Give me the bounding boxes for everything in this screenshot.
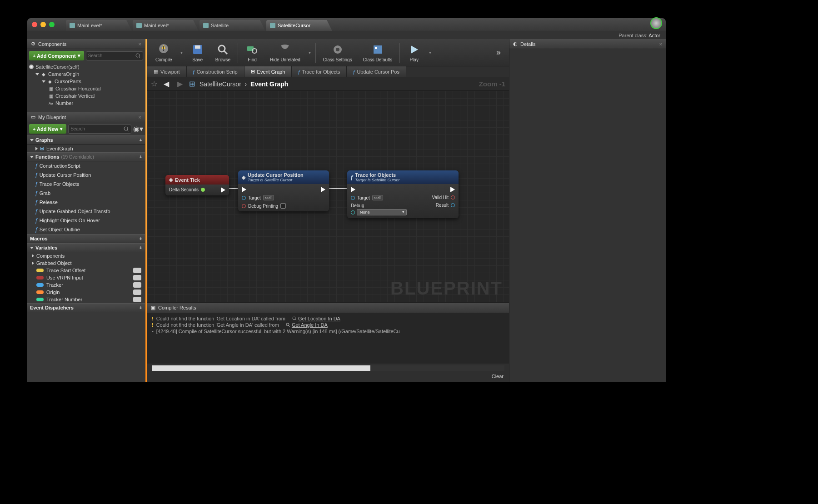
- graph-canvas[interactable]: ◈Event Tick Delta Seconds ◈Update Cursor…: [147, 91, 509, 302]
- play-button[interactable]: Play: [403, 39, 425, 66]
- components-search-input[interactable]: Search: [86, 51, 143, 60]
- graph-eventgraph[interactable]: ⊞EventGraph: [27, 145, 145, 152]
- fn-trace-for-objects[interactable]: fTrace For Objects: [27, 180, 145, 189]
- fn-highlight-on-hover[interactable]: fHighlight Objects On Hover: [27, 216, 145, 225]
- node-update-cursor-position[interactable]: ◈Update Cursor PositionTarget is Satelli…: [238, 170, 329, 211]
- expand-icon[interactable]: [42, 80, 45, 83]
- pin-bool-icon[interactable]: [242, 204, 246, 208]
- pin-struct-icon[interactable]: [451, 203, 455, 207]
- section-dispatchers[interactable]: Event Dispatchers+: [27, 303, 145, 312]
- close-icon[interactable]: ×: [659, 41, 662, 47]
- var-origin[interactable]: Origin: [27, 289, 145, 296]
- tab-trace-for-objects[interactable]: fTrace for Objects: [292, 66, 347, 77]
- checkbox[interactable]: [280, 203, 286, 209]
- compiler-log[interactable]: !Could not find the function 'Get Locati…: [147, 313, 509, 364]
- class-defaults-button[interactable]: Class Defaults: [359, 39, 397, 66]
- add-graph-button[interactable]: +: [140, 137, 142, 143]
- class-settings-button[interactable]: Class Settings: [319, 39, 357, 66]
- fn-set-object-outline[interactable]: fSet Object Outline: [27, 225, 145, 234]
- section-variables[interactable]: Variables+: [27, 243, 145, 252]
- pin-bool-icon[interactable]: [451, 195, 455, 200]
- add-variable-button[interactable]: +: [140, 245, 142, 250]
- fn-constructionscript[interactable]: fConstructionScript: [27, 161, 145, 170]
- section-graphs[interactable]: Graphs+: [27, 135, 145, 145]
- save-button[interactable]: Save: [186, 39, 209, 66]
- section-functions[interactable]: Functions(19 Overridable)+: [27, 152, 145, 161]
- hide-unrelated-button[interactable]: Hide Unrelated: [265, 39, 305, 66]
- myblueprint-panel-header[interactable]: ▭ My Blueprint ×: [27, 112, 145, 122]
- compiler-scrollbar[interactable]: [152, 365, 504, 371]
- tab-construction-script[interactable]: fConstruction Scrip: [187, 66, 244, 77]
- exec-out-pin[interactable]: [321, 187, 325, 192]
- var-tracker-number[interactable]: Tracker Number: [27, 296, 145, 303]
- pin-float-icon[interactable]: [201, 188, 205, 192]
- compile-dropdown[interactable]: ▾: [179, 50, 185, 55]
- fn-grab[interactable]: fGrab: [27, 189, 145, 198]
- play-dropdown[interactable]: ▾: [427, 50, 433, 55]
- node-event-tick[interactable]: ◈Event Tick Delta Seconds: [165, 175, 229, 195]
- component-crosshair-h[interactable]: ▦Crosshair Horizontal: [27, 85, 145, 92]
- add-macro-button[interactable]: +: [140, 236, 142, 241]
- minimize-window-icon[interactable]: [40, 22, 46, 27]
- exec-out-pin[interactable]: [450, 187, 455, 192]
- browse-button[interactable]: Browse: [211, 39, 235, 66]
- tab-mainlevel-1[interactable]: MainLevel*: [66, 20, 132, 31]
- section-macros[interactable]: Macros+: [27, 234, 145, 243]
- visibility-toggle[interactable]: [133, 282, 141, 288]
- visibility-toggle[interactable]: [133, 297, 141, 302]
- nav-back-button[interactable]: ◀: [162, 80, 171, 88]
- var-trace-start-offset[interactable]: Trace Start Offset: [27, 267, 145, 274]
- parent-class-link[interactable]: Actor: [648, 33, 660, 38]
- component-number[interactable]: AaNumber: [27, 100, 145, 107]
- fn-update-grabbed-transform[interactable]: fUpdate Grabbed Object Transfo: [27, 207, 145, 216]
- compile-button[interactable]: !Compile: [151, 39, 177, 66]
- tab-update-cursor-pos[interactable]: fUpdate Cursor Pos: [347, 66, 406, 77]
- add-dispatcher-button[interactable]: +: [140, 305, 142, 310]
- add-new-button[interactable]: + Add New▾: [29, 124, 66, 134]
- eye-icon[interactable]: ◉▾: [133, 125, 143, 133]
- pin-object-icon[interactable]: [242, 196, 246, 200]
- exec-in-pin[interactable]: [242, 187, 246, 192]
- expand-icon[interactable]: [35, 73, 39, 75]
- visibility-toggle[interactable]: [133, 289, 141, 295]
- tab-satellite[interactable]: Satellite: [200, 20, 265, 31]
- compile-status-icon[interactable]: [650, 17, 662, 29]
- add-function-button[interactable]: +: [140, 154, 142, 160]
- components-panel-header[interactable]: ⚙ Components ×: [27, 39, 145, 49]
- pin-enum-icon[interactable]: [351, 210, 355, 215]
- nav-forward-button[interactable]: ▶: [175, 80, 185, 88]
- var-tracker[interactable]: Tracker: [27, 281, 145, 289]
- close-icon[interactable]: ×: [139, 41, 141, 47]
- clear-button[interactable]: Clear: [492, 374, 504, 379]
- log-link[interactable]: Get Location In DA: [292, 316, 340, 321]
- node-trace-for-objects[interactable]: fTrace for ObjectsTarget is Satellite Cu…: [347, 170, 459, 218]
- exec-in-pin[interactable]: [351, 187, 355, 192]
- myblueprint-search-input[interactable]: Search: [68, 125, 131, 134]
- component-crosshair-v[interactable]: ▦Crosshair Vertical: [27, 92, 145, 100]
- component-cameraorigin[interactable]: ◆CameraOrigin: [27, 70, 145, 78]
- details-panel-header[interactable]: ◐ Details ×: [509, 39, 666, 49]
- toolbar-overflow[interactable]: »: [492, 48, 505, 57]
- favorite-icon[interactable]: ☆: [151, 80, 157, 88]
- maximize-window-icon[interactable]: [49, 22, 55, 27]
- visibility-toggle[interactable]: [133, 275, 141, 280]
- close-window-icon[interactable]: [32, 22, 37, 27]
- fn-release[interactable]: fRelease: [27, 198, 145, 207]
- log-link[interactable]: Get Angle In DA: [286, 322, 328, 328]
- tab-mainlevel-2[interactable]: MainLevel*: [133, 20, 199, 31]
- pin-object-icon[interactable]: [351, 196, 355, 200]
- var-group-components[interactable]: Components: [27, 252, 145, 259]
- scrollbar-thumb[interactable]: [152, 365, 370, 371]
- component-cursorparts[interactable]: ◆CursorParts: [27, 78, 145, 85]
- compiler-results-header[interactable]: ▣Compiler Results: [147, 303, 509, 313]
- debug-combo[interactable]: None: [357, 209, 407, 215]
- close-icon[interactable]: ×: [139, 115, 141, 120]
- tab-viewport[interactable]: ▦Viewport: [147, 66, 187, 77]
- find-button[interactable]: Find: [241, 39, 264, 66]
- tab-event-graph[interactable]: ⊞Event Graph: [244, 66, 292, 77]
- var-group-grabbed[interactable]: Grabbed Object: [27, 259, 145, 267]
- fn-update-cursor-position[interactable]: fUpdate Cursor Position: [27, 170, 145, 180]
- tab-satellitecursor[interactable]: SatelliteCursor: [266, 20, 332, 31]
- breadcrumb[interactable]: SatelliteCursor › Event Graph: [200, 80, 288, 88]
- hide-dropdown[interactable]: ▾: [307, 50, 313, 55]
